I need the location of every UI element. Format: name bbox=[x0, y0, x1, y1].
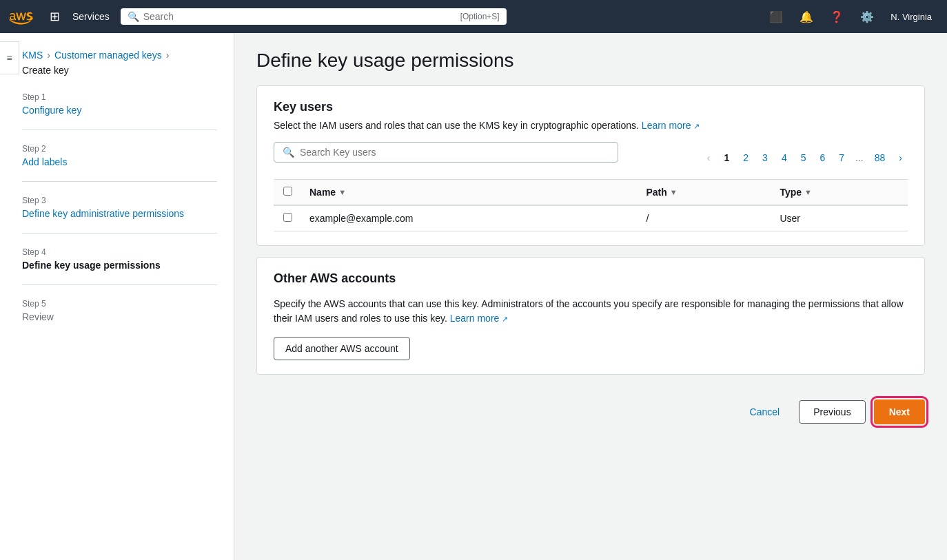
col-name-header[interactable]: Name ▼ bbox=[301, 180, 638, 206]
breadcrumb-sep-2: › bbox=[166, 50, 170, 61]
external-link-icon: ↗ bbox=[693, 122, 700, 130]
pagination-page-6[interactable]: 6 bbox=[814, 149, 831, 166]
other-accounts-learn-more[interactable]: Learn more ↗ bbox=[450, 313, 508, 324]
add-aws-account-button[interactable]: Add another AWS account bbox=[274, 337, 410, 360]
path-sort-icon: ▼ bbox=[670, 188, 678, 196]
search-input[interactable] bbox=[143, 11, 456, 22]
step-4-label: Step 4 bbox=[22, 247, 217, 257]
search-shortcut-hint: [Option+S] bbox=[460, 12, 500, 21]
cancel-button[interactable]: Cancel bbox=[739, 401, 791, 423]
row-name-cell: example@example.com bbox=[301, 205, 638, 231]
pagination-page-7[interactable]: 7 bbox=[833, 149, 850, 166]
type-sort-icon: ▼ bbox=[804, 188, 812, 196]
settings-button[interactable]: ⚙️ bbox=[853, 6, 881, 28]
grid-menu-button[interactable]: ⊞ bbox=[43, 5, 67, 28]
breadcrumb-kms[interactable]: KMS bbox=[22, 50, 43, 61]
key-users-learn-more[interactable]: Learn more ↗ bbox=[642, 120, 700, 131]
breadcrumb-create-key: Create key bbox=[22, 65, 69, 76]
key-users-description: Select the IAM users and roles that can … bbox=[274, 120, 908, 131]
step-5-name: Review bbox=[22, 311, 54, 322]
pagination-page-3[interactable]: 3 bbox=[757, 149, 773, 166]
steps-sidebar: KMS › Customer managed keys › Create key… bbox=[0, 33, 234, 560]
other-accounts-card-body: Other AWS accounts Specify the AWS accou… bbox=[257, 258, 924, 374]
step-1-item: Step 1 Configure key bbox=[22, 92, 217, 130]
aws-logo[interactable] bbox=[8, 8, 34, 25]
step-3-link[interactable]: Define key administrative permissions bbox=[22, 208, 184, 219]
other-accounts-description: Specify the AWS accounts that can use th… bbox=[274, 297, 908, 326]
key-users-search-bar[interactable]: 🔍 bbox=[274, 142, 618, 163]
step-3-label: Step 3 bbox=[22, 196, 217, 205]
pagination-prev[interactable]: ‹ bbox=[702, 149, 716, 166]
search-pagination-row: 🔍 ‹ 1 2 3 4 5 6 7 ... 88 › bbox=[274, 142, 908, 174]
pagination-page-5[interactable]: 5 bbox=[795, 149, 812, 166]
pagination-page-88[interactable]: 88 bbox=[869, 149, 891, 166]
nav-icons-group: ⬛ 🔔 ❓ ⚙️ N. Virginia bbox=[762, 6, 939, 28]
pagination-page-2[interactable]: 2 bbox=[737, 149, 754, 166]
table-header-row: Name ▼ Path ▼ bbox=[274, 180, 908, 206]
pagination: ‹ 1 2 3 4 5 6 7 ... 88 › bbox=[702, 149, 908, 166]
services-menu-button[interactable]: Services bbox=[72, 11, 110, 22]
key-users-card: Key users Select the IAM users and roles… bbox=[256, 85, 925, 246]
top-navigation: ⊞ Services 🔍 [Option+S] ⬛ 🔔 ❓ ⚙️ N. Virg… bbox=[0, 0, 947, 33]
step-5-label: Step 5 bbox=[22, 299, 217, 309]
name-sort-button[interactable]: Name ▼ bbox=[309, 187, 346, 198]
external-link-icon-2: ↗ bbox=[502, 315, 508, 323]
pagination-next[interactable]: › bbox=[893, 149, 908, 166]
key-users-table: Name ▼ Path ▼ bbox=[274, 179, 908, 231]
select-all-checkbox[interactable] bbox=[283, 187, 292, 196]
other-accounts-title: Other AWS accounts bbox=[274, 271, 908, 286]
type-sort-button[interactable]: Type ▼ bbox=[780, 187, 812, 198]
pagination-page-1[interactable]: 1 bbox=[719, 149, 735, 166]
key-users-card-body: Key users Select the IAM users and roles… bbox=[257, 86, 924, 245]
main-content: Define key usage permissions Key users S… bbox=[234, 33, 947, 560]
row-type-cell: User bbox=[771, 205, 908, 231]
path-sort-button[interactable]: Path ▼ bbox=[646, 187, 677, 198]
support-button[interactable]: ❓ bbox=[823, 6, 851, 28]
key-users-search-input[interactable] bbox=[300, 147, 609, 158]
notifications-button[interactable]: 🔔 bbox=[793, 6, 820, 28]
next-button[interactable]: Next bbox=[874, 400, 925, 424]
footer-actions: Cancel Previous Next bbox=[256, 386, 925, 424]
row-checkbox[interactable] bbox=[283, 213, 292, 222]
step-2-label: Step 2 bbox=[22, 144, 217, 154]
step-3-item: Step 3 Define key administrative permiss… bbox=[22, 196, 217, 234]
pagination-page-4[interactable]: 4 bbox=[776, 149, 793, 166]
pagination-ellipsis: ... bbox=[853, 149, 866, 166]
step-2-link[interactable]: Add labels bbox=[22, 156, 67, 167]
step-2-item: Step 2 Add labels bbox=[22, 144, 217, 182]
step-1-label: Step 1 bbox=[22, 92, 217, 102]
step-1-link[interactable]: Configure key bbox=[22, 105, 81, 116]
sidebar-toggle-button[interactable]: ≡ bbox=[0, 41, 19, 74]
breadcrumb-sep-1: › bbox=[47, 50, 50, 61]
row-checkbox-cell bbox=[274, 205, 301, 231]
main-layout: KMS › Customer managed keys › Create key… bbox=[0, 33, 947, 560]
step-5-item: Step 5 Review bbox=[22, 299, 217, 336]
search-icon: 🔍 bbox=[283, 147, 294, 158]
page-title: Define key usage permissions bbox=[256, 50, 925, 72]
step-4-item: Step 4 Define key usage permissions bbox=[22, 247, 217, 285]
key-users-title: Key users bbox=[274, 100, 908, 114]
previous-button[interactable]: Previous bbox=[799, 400, 865, 424]
col-type-header[interactable]: Type ▼ bbox=[771, 180, 908, 206]
search-icon: 🔍 bbox=[128, 11, 139, 22]
region-selector[interactable]: N. Virginia bbox=[884, 8, 939, 26]
col-checkbox-header bbox=[274, 180, 301, 206]
global-search-bar[interactable]: 🔍 [Option+S] bbox=[121, 8, 507, 25]
row-path-cell: / bbox=[638, 205, 771, 231]
breadcrumb-customer-managed-keys[interactable]: Customer managed keys bbox=[54, 50, 162, 61]
name-sort-icon: ▼ bbox=[338, 188, 346, 196]
breadcrumb: KMS › Customer managed keys › Create key bbox=[22, 50, 217, 76]
terminal-button[interactable]: ⬛ bbox=[762, 6, 790, 28]
col-path-header[interactable]: Path ▼ bbox=[638, 180, 771, 206]
table-row: example@example.com / User bbox=[274, 205, 908, 231]
step-4-active: Define key usage permissions bbox=[22, 260, 161, 271]
other-accounts-card: Other AWS accounts Specify the AWS accou… bbox=[256, 257, 925, 375]
